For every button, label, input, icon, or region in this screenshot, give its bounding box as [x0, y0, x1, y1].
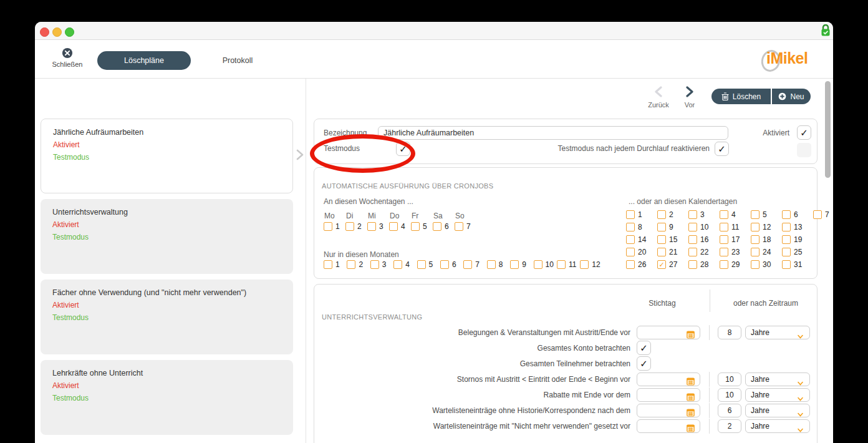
back-button-label[interactable]: Zurück: [643, 101, 674, 109]
month-cell: 5: [417, 260, 440, 269]
stichtag-date-input[interactable]: [637, 326, 700, 339]
selected-item-chevron-icon[interactable]: [296, 148, 304, 161]
calendar-day-number: 19: [794, 235, 802, 244]
reactivate-label: Testmodus nach jedem Durchlauf reaktivie…: [460, 144, 710, 153]
sidebar-item-plan-2[interactable]: Fächer ohne Verwendung (und "nicht mehr …: [41, 280, 293, 354]
zeitraum-amount-input[interactable]: 10: [718, 372, 741, 386]
calendar-day-checkbox-30[interactable]: [751, 260, 760, 269]
weekday-checkbox-4[interactable]: [389, 222, 398, 231]
calendar-day-checkbox-26[interactable]: [626, 260, 635, 269]
calendar-day-checkbox-29[interactable]: [720, 260, 728, 269]
month-number: 9: [522, 260, 526, 269]
calendar-day-checkbox-17[interactable]: [720, 235, 728, 244]
month-checkbox-8[interactable]: [487, 260, 496, 269]
weekday-checkbox-3[interactable]: [367, 222, 376, 231]
calendar-day-checkbox-31[interactable]: [782, 260, 791, 269]
calendar-day-checkbox-12[interactable]: [751, 223, 760, 231]
weekday-checkbox-1[interactable]: [324, 222, 332, 231]
zeitraum-amount-input[interactable]: 2: [718, 419, 741, 433]
retention-row-checkbox[interactable]: ✓: [637, 356, 651, 371]
calendar-day-checkbox-23[interactable]: [720, 248, 728, 256]
month-checkbox-12[interactable]: [580, 260, 589, 269]
forward-chevron-icon[interactable]: [685, 86, 695, 97]
imikel-logo: iMikel: [761, 47, 821, 71]
calendar-day-checkbox-7[interactable]: [813, 210, 822, 219]
stichtag-date-input[interactable]: [637, 419, 700, 433]
weekday-checkbox-2[interactable]: [345, 222, 354, 231]
month-checkbox-11[interactable]: [557, 260, 566, 269]
forward-button-label[interactable]: Vor: [674, 101, 705, 109]
calendar-day-checkbox-18[interactable]: [751, 235, 760, 244]
calendar-day-checkbox-15[interactable]: [657, 235, 666, 244]
zeitraum-unit-select[interactable]: Jahre: [745, 326, 810, 339]
calendar-day-number: 27: [669, 260, 677, 269]
calendar-day-checkbox-10[interactable]: [688, 223, 697, 231]
sidebar-item-plan-0[interactable]: Jährliche AufräumarbeitenAktiviertTestmo…: [41, 119, 293, 193]
zeitraum-amount-input[interactable]: 8: [718, 326, 741, 339]
month-checkbox-9[interactable]: [510, 260, 519, 269]
calendar-day-checkbox-3[interactable]: [688, 210, 697, 219]
close-traffic-light[interactable]: [40, 27, 49, 37]
tab-loeschplaene[interactable]: Löschpläne: [97, 51, 191, 70]
month-checkbox-1[interactable]: [324, 260, 332, 269]
calendar-day-checkbox-11[interactable]: [720, 223, 728, 231]
zeitraum-unit-select[interactable]: Jahre: [745, 404, 810, 417]
window-titlebar: [35, 22, 833, 40]
calendar-day-checkbox-5[interactable]: [751, 210, 760, 219]
sidebar-item-plan-3[interactable]: Lehrkräfte ohne UnterrichtAktiviertTestm…: [41, 360, 293, 435]
neu-button[interactable]: Neu: [772, 89, 811, 104]
sidebar-item-plan-1[interactable]: UnterrichtsverwaltungAktiviertTestmodus: [41, 199, 293, 274]
calendar-day-number: 22: [700, 248, 708, 256]
calendar-day-checkbox-27[interactable]: ✓: [657, 260, 666, 269]
reactivate-checkbox[interactable]: ✓: [715, 142, 729, 156]
calendar-day-checkbox-24[interactable]: [751, 248, 760, 256]
calendar-day-checkbox-16[interactable]: [688, 235, 697, 244]
stichtag-date-input[interactable]: [637, 404, 700, 417]
zeitraum-amount-input[interactable]: 10: [718, 388, 741, 402]
row-column-divider: [709, 419, 710, 434]
calendar-day-checkbox-13[interactable]: [782, 223, 791, 231]
calendar-day-checkbox-25[interactable]: [782, 248, 791, 256]
stichtag-date-input[interactable]: [637, 388, 700, 402]
loeschen-button[interactable]: Löschen: [711, 89, 771, 104]
zeitraum-unit-select[interactable]: Jahre: [745, 372, 810, 386]
plan-status-aktiviert: Aktiviert: [52, 301, 79, 309]
tab-protokoll[interactable]: Protokoll: [203, 51, 272, 70]
calendar-day-checkbox-6[interactable]: [782, 210, 791, 219]
month-checkbox-7[interactable]: [463, 260, 472, 269]
calendar-day-checkbox-21[interactable]: [657, 248, 666, 256]
calendar-day-number: 5: [763, 210, 767, 219]
stichtag-date-input[interactable]: [637, 372, 700, 386]
month-checkbox-2[interactable]: [347, 260, 355, 269]
weekday-checkbox-5[interactable]: [411, 222, 420, 231]
calendar-day-checkbox-14[interactable]: [626, 235, 635, 244]
zeitraum-unit-select[interactable]: Jahre: [745, 388, 810, 402]
maximize-traffic-light[interactable]: [65, 27, 74, 37]
month-checkbox-3[interactable]: [370, 260, 379, 269]
retention-row-checkbox[interactable]: ✓: [637, 341, 651, 355]
calendar-day-checkbox-19[interactable]: [782, 235, 791, 244]
month-checkbox-6[interactable]: [440, 260, 449, 269]
calendar-day-checkbox-22[interactable]: [688, 248, 697, 256]
calendar-day-checkbox-9[interactable]: [657, 223, 666, 231]
calendar-day-checkbox-2[interactable]: [657, 210, 666, 219]
month-checkbox-10[interactable]: [534, 260, 542, 269]
bezeichnung-input[interactable]: [378, 126, 728, 140]
month-checkbox-4[interactable]: [393, 260, 402, 269]
calendar-day-checkbox-1[interactable]: [626, 210, 635, 219]
aktiviert-checkbox[interactable]: ✓: [797, 125, 811, 140]
vertical-scrollbar-thumb[interactable]: [825, 81, 831, 178]
weekday-checkbox-7[interactable]: [455, 222, 463, 231]
weekday-checkbox-6[interactable]: [433, 222, 441, 231]
calendar-day-checkbox-28[interactable]: [688, 260, 697, 269]
minimize-traffic-light[interactable]: [52, 27, 62, 37]
zeitraum-amount-input[interactable]: 6: [718, 404, 741, 417]
testmodus-checkbox[interactable]: ✓: [396, 142, 410, 156]
calendar-day-checkbox-4[interactable]: [720, 210, 728, 219]
calendar-day-checkbox-8[interactable]: [626, 223, 635, 231]
zeitraum-unit-select[interactable]: Jahre: [745, 419, 810, 433]
schliessen-button[interactable]: Schließen: [49, 47, 86, 68]
calendar-day-checkbox-20[interactable]: [626, 248, 635, 256]
month-checkbox-5[interactable]: [417, 260, 426, 269]
back-chevron-icon[interactable]: [653, 86, 663, 97]
